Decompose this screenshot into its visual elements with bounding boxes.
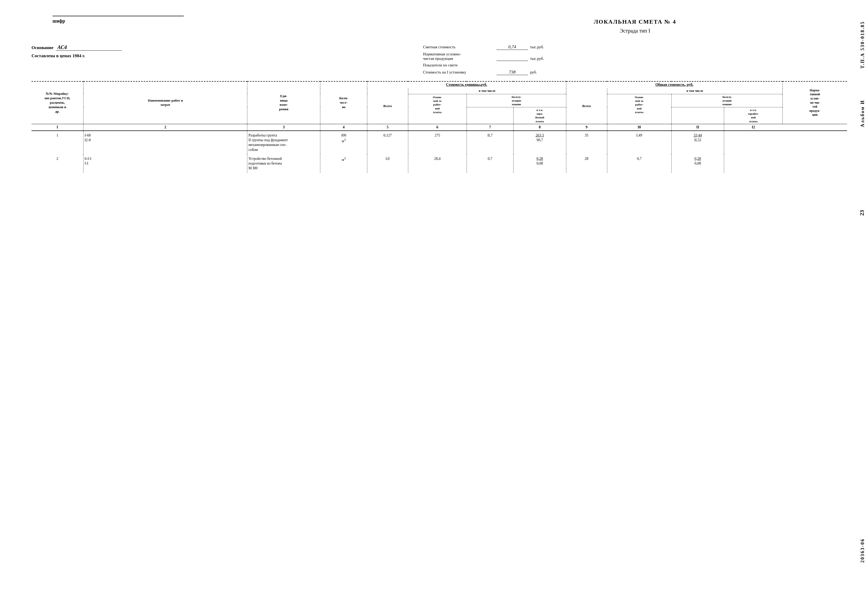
top-decorative-line <box>53 16 184 16</box>
osnov-value: АС4 <box>56 44 121 51</box>
num-col-1: I <box>31 124 84 131</box>
row2-qty: I,0 <box>367 154 408 173</box>
norm-label2: чистая продукция <box>423 56 453 61</box>
row2-total-explu: 0,280,08 <box>671 154 724 173</box>
sub-title: Эстрада тип I <box>423 28 847 34</box>
col5-vsego-header: Всего <box>383 104 392 108</box>
col6-explu-zp-header: в т.ч.заработ-нойплаты <box>748 108 759 123</box>
row1-total-explu: 33,44II,52 <box>671 131 724 154</box>
row2-norm <box>724 154 783 173</box>
col1-header: №№ Мпрайку-шп рантов,УСН,расценок,ценник… <box>45 92 70 114</box>
row2-unit: м3 <box>320 154 367 173</box>
norm-unit: тыс.руб. <box>530 56 544 61</box>
row1-unit-explu: 263,390,7 <box>513 131 566 154</box>
row1-total-base: I,49 <box>607 131 671 154</box>
num-col-7: 7 <box>466 124 513 131</box>
smeta-cost-row: Сметная стоимость 0,74 тыс.руб. <box>423 44 847 50</box>
col5-explu-header: Эксплу-атациимашин <box>511 95 522 106</box>
osnov-label: Основание <box>31 45 53 50</box>
table-row: 1 I-68I2-8 Разработка грунтаII группы по… <box>31 131 847 154</box>
row1-code: I-68I2-8 <box>84 131 247 154</box>
col6-osnov-header: Основ-ной заработ-нойплаты <box>635 96 644 114</box>
col6-vtom-header: в том числе <box>686 89 703 93</box>
col2-header: Наименование работ изатрат <box>148 99 183 107</box>
row2-num: 2 <box>31 154 84 173</box>
col4-header: Коли-чест-во <box>339 96 348 109</box>
sostav-label: Составлена в ценах 1984 г. <box>31 53 390 59</box>
row1-unit-total: 275 <box>408 131 466 154</box>
num-col-6: 6 <box>408 124 466 131</box>
row1-unit: I00м3 <box>320 131 367 154</box>
table-header-row1: №№ Мпрайку-шп рантов,УСН,расценок,ценник… <box>31 81 847 88</box>
table-row: 2 6-I-II-I Устройство бетоннойподготовки… <box>31 154 847 173</box>
stoimost-row: Стоимость на I установку 738 руб. <box>423 69 847 75</box>
num-col-8: 8 <box>513 124 566 131</box>
norm-row: Нормативная условно- чистая продукция ты… <box>423 52 847 61</box>
col5-explu-zp-header: в т.ч.зара-ботнойплаты <box>535 108 544 123</box>
pokaz-label: Показатели по смете <box>423 63 496 68</box>
row1-qty: 0,127 <box>367 131 408 154</box>
num-col-9: 9 <box>566 124 607 131</box>
side-label-bottom: 20363-06 <box>860 538 865 563</box>
pokaz-row: Показатели по смете <box>423 63 847 68</box>
num-col-12: I2 <box>724 124 783 131</box>
col6-vsego-header: Всего <box>582 104 591 108</box>
main-table: №№ Мпрайку-шп рантов,УСН,расценок,ценник… <box>31 81 847 173</box>
osnov-line: Основание АС4 <box>31 44 390 51</box>
side-label-23: 23 <box>859 210 865 216</box>
num-col-11: II <box>671 124 724 131</box>
num-col-4: 4 <box>320 124 367 131</box>
norm-value <box>496 61 528 61</box>
smeta-unit: тыс.руб. <box>530 45 544 49</box>
side-label-top: Т.П.А 530-018.85 <box>860 21 865 68</box>
row2-name: Устройство бетоннойподготовки из бетонаМ… <box>247 154 320 173</box>
num-col-10: I0 <box>607 124 671 131</box>
row2-unit-total: 28,4 <box>408 154 466 173</box>
norm-label1: Нормативная условно- <box>423 52 461 56</box>
row1-unit-base: II,7 <box>466 131 513 154</box>
col5-vtom-header: в том числе <box>479 89 495 93</box>
stoimost-unit: руб. <box>530 70 537 75</box>
row2-unit-explu: 0,280,08 <box>513 154 566 173</box>
main-title: ЛОКАЛЬНАЯ СМЕТА № 4 <box>423 18 847 25</box>
num-col-3: 3 <box>247 124 320 131</box>
col5-explu-total-header <box>490 108 490 112</box>
col5-osnov-header: Основ-ной заработ-нойплаты <box>433 96 442 114</box>
stoimost-label: Стоимость на I установку <box>423 70 496 75</box>
row2-total: 28 <box>566 154 607 173</box>
row2-code: 6-I-II-I <box>84 154 247 173</box>
col6-explu-header: Эксплу-атациимашин <box>722 95 732 106</box>
row1-num: 1 <box>31 131 84 154</box>
shifr-label: шифр <box>53 18 65 24</box>
row1-norm <box>724 131 783 154</box>
smeta-label: Сметная стоимость <box>423 45 496 49</box>
col6-header: Общая стоимость, руб. <box>655 83 694 87</box>
shifr-line: шифр <box>53 18 390 24</box>
row2-unit-base: 0,7 <box>466 154 513 173</box>
col6-explu-total-header <box>697 108 698 112</box>
num-col-2: 2 <box>84 124 247 131</box>
col3-header: Еди-ницаизме-рения <box>279 94 288 111</box>
table-num-row: I 2 3 4 5 6 7 8 9 I0 II I2 <box>31 124 847 131</box>
num-col-5: 5 <box>367 124 408 131</box>
row1-name: Разработка грунтаII группы под фундамент… <box>247 131 320 154</box>
row2-total-base: 0,7 <box>607 154 671 173</box>
col5-header: Стоимость единицы,руб. <box>446 83 487 87</box>
col7-header: Норма-тивнойуслов-но-чистойпродук-ции <box>809 89 821 117</box>
row1-total: 35 <box>566 131 607 154</box>
stoimost-value: 738 <box>496 69 528 75</box>
smeta-value: 0,74 <box>496 44 528 50</box>
side-label-mid: Альбом И <box>860 100 865 127</box>
